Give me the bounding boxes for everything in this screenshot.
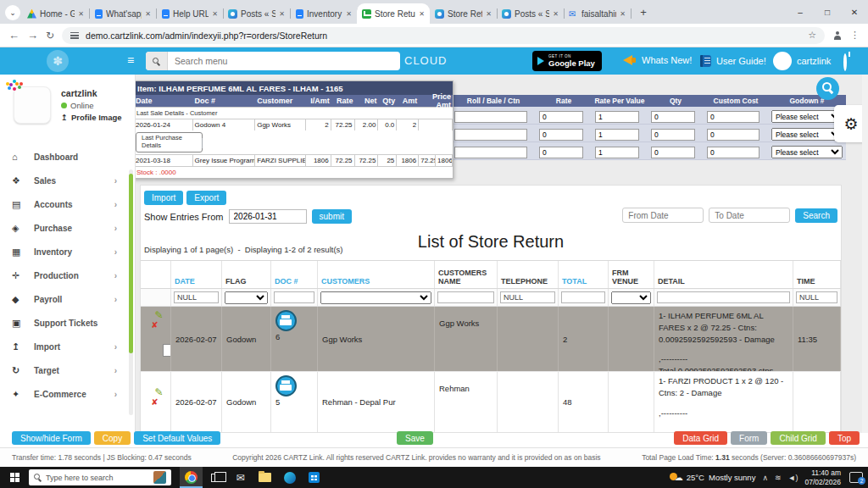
export-button[interactable]: Export [186, 191, 226, 205]
qty-input[interactable] [651, 147, 695, 158]
sidebar-item-payroll[interactable]: ◆Payroll› [0, 287, 129, 311]
reload-icon[interactable]: ↻ [46, 30, 54, 42]
profile-icon[interactable] [832, 30, 843, 41]
site-settings-icon[interactable] [70, 32, 79, 39]
copy-button[interactable]: Copy [94, 431, 131, 445]
sidebar-item-inventory[interactable]: ▦Inventory› [0, 240, 129, 263]
entries-date-input[interactable] [229, 209, 307, 224]
hidden-icons-caret[interactable]: ∧ [762, 474, 768, 482]
tab-close-icon[interactable]: ✕ [346, 10, 352, 18]
custom-cost-input[interactable] [707, 129, 760, 141]
from-date-input[interactable] [622, 208, 704, 223]
print-icon[interactable] [275, 375, 297, 396]
tab-posts-stream-1[interactable]: Posts « Stream ✕ [223, 3, 290, 24]
tab-store-return-active[interactable]: Store Return - ✕ [357, 3, 430, 24]
roll-bale-ctn-input[interactable] [454, 129, 527, 141]
whats-new-link[interactable]: Whats New! [623, 55, 692, 65]
import-button[interactable]: Import [144, 191, 183, 205]
col-total[interactable]: TOTAL [559, 261, 609, 288]
sidebar-scrollbar-thumb[interactable] [129, 174, 133, 353]
taskbar-search[interactable]: Type here to search [29, 469, 171, 485]
qty-input[interactable] [651, 111, 695, 123]
google-play-badge[interactable]: GET IT ON Google Play [532, 51, 602, 71]
maximize-button[interactable]: □ [814, 0, 841, 24]
custom-cost-input[interactable] [707, 111, 760, 123]
edit-icon[interactable]: ✎ [154, 387, 163, 397]
tab-close-icon[interactable]: ✕ [620, 10, 626, 18]
sidebar-item-support-tickets[interactable]: ▣Support Tickets [0, 311, 129, 335]
forward-icon[interactable]: → [27, 29, 38, 42]
menu-search-input[interactable] [168, 56, 400, 66]
rate-per-value-input[interactable] [595, 111, 639, 123]
roll-bale-ctn-input[interactable] [454, 147, 527, 158]
filter-detail-input[interactable] [657, 291, 790, 303]
filter-telephone-input[interactable] [500, 291, 555, 303]
tab-home-google[interactable]: Home - Googl ✕ [22, 3, 89, 24]
taskbar-clock[interactable]: 11:40 am 07/02/2026 [804, 469, 841, 486]
tab-whatsapp-doc[interactable]: What'sapp Sal ✕ [89, 3, 156, 24]
tab-close-icon[interactable]: ✕ [212, 10, 218, 18]
notification-center-icon[interactable]: 2 [849, 472, 863, 483]
tab-close-icon[interactable]: ✕ [78, 10, 84, 18]
wifi-icon[interactable]: ≋ [775, 474, 782, 482]
data-grid-button[interactable]: Data Grid [674, 431, 727, 445]
form-button[interactable]: Form [731, 431, 767, 445]
to-date-input[interactable] [709, 208, 790, 223]
col-date[interactable]: DATE [171, 261, 222, 288]
godown-select[interactable]: Please select [771, 110, 843, 123]
delete-icon[interactable]: ✘ [151, 398, 158, 407]
custom-cost-input[interactable] [707, 147, 760, 158]
tab-close-icon[interactable]: ✕ [553, 10, 559, 18]
sidebar-item-dashboard[interactable]: ⌂Dashboard [0, 145, 129, 169]
tab-help-urls[interactable]: Help URL's for ✕ [156, 3, 223, 24]
speaker-icon[interactable]: ◄) [788, 474, 798, 482]
save-button[interactable]: Save [397, 431, 433, 445]
sidebar-item-target[interactable]: ↻Target› [0, 358, 129, 382]
set-default-values-button[interactable]: Set Default Values [134, 431, 220, 445]
rate-input[interactable] [539, 129, 583, 141]
godown-select[interactable]: Please select [771, 128, 843, 141]
rate-per-value-input[interactable] [595, 147, 639, 158]
delete-icon[interactable]: ✘ [151, 321, 158, 330]
sidebar-item-purchase[interactable]: ◈Purchase› [0, 216, 129, 240]
rate-per-value-input[interactable] [595, 129, 639, 141]
sidebar-item-production[interactable]: ✛Production› [0, 263, 129, 287]
mail-taskbar-icon[interactable]: ✉ [229, 467, 252, 488]
bookmark-star-icon[interactable]: ☆ [808, 30, 816, 41]
filter-date-input[interactable] [174, 291, 219, 303]
tab-close-icon[interactable]: ✕ [419, 10, 425, 18]
filter-customers-name-input[interactable] [437, 291, 494, 303]
col-doc[interactable]: DOC # [271, 261, 318, 288]
sidebar-item-sales[interactable]: ❖Sales› [0, 169, 129, 192]
tab-search-icon[interactable]: ⌄ [5, 5, 20, 20]
tab-close-icon[interactable]: ✕ [486, 10, 492, 18]
page-scrollbar-track[interactable] [862, 75, 868, 433]
gear-icon[interactable]: ⚙ [843, 116, 858, 132]
edit-icon[interactable]: ✎ [154, 310, 163, 320]
sidebar-item-import[interactable]: ↥Import› [0, 335, 129, 358]
search-button[interactable]: Search [795, 208, 837, 223]
sidebar-toggle-icon[interactable]: ≡ [127, 53, 134, 67]
tab-posts-stream-2[interactable]: Posts « Stream ✕ [497, 3, 564, 24]
show-hide-form-button[interactable]: Show/hide Form [12, 431, 91, 445]
roll-bale-ctn-input[interactable] [454, 111, 527, 123]
filter-time-input[interactable] [796, 291, 837, 303]
profile-image-link[interactable]: ↥Profile Image [61, 113, 122, 122]
sidebar-item-ecommerce[interactable]: ✦E-Commerce› [0, 382, 129, 406]
store-taskbar-icon[interactable] [303, 467, 326, 488]
item-search-button[interactable] [816, 77, 839, 100]
filter-total-input[interactable] [561, 291, 605, 303]
rate-input[interactable] [539, 111, 583, 123]
filter-flag-select[interactable] [225, 291, 268, 304]
minimize-button[interactable]: – [787, 0, 814, 24]
filter-frm-venue-select[interactable] [611, 291, 651, 304]
sidebar-item-accounts[interactable]: ▤Accounts› [0, 192, 129, 216]
logout-power-icon[interactable] [843, 55, 847, 70]
print-icon[interactable] [275, 310, 297, 331]
filter-customers-select[interactable] [320, 291, 431, 304]
user-guide-link[interactable]: User Guide! [700, 55, 766, 67]
browser-menu-icon[interactable]: ⋮ [850, 30, 860, 41]
new-tab-button[interactable]: + [634, 3, 653, 21]
col-customers[interactable]: CUSTOMERS [318, 261, 435, 288]
start-button[interactable] [0, 467, 29, 488]
